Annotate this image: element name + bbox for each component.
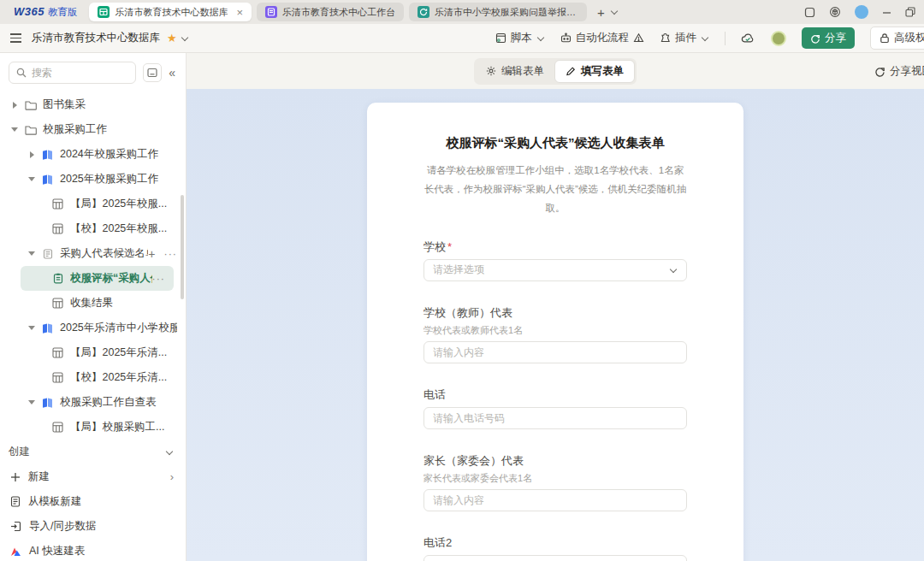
phone2-input[interactable] bbox=[424, 555, 687, 561]
folder-icon bbox=[24, 100, 37, 110]
sidebar-item-book-procurement[interactable]: 图书集采 bbox=[0, 92, 186, 117]
import-sync-button[interactable]: 导入/同步数据 bbox=[0, 514, 186, 539]
more-icon[interactable]: ··· bbox=[152, 273, 166, 285]
search-icon bbox=[16, 68, 27, 78]
restore-window-icon[interactable] bbox=[905, 7, 915, 17]
sidebar-item-candidate-list[interactable]: 采购人代表候选名单 + ··· bbox=[0, 241, 186, 266]
ai-quick-table-button[interactable]: AI 快速建表 bbox=[0, 539, 186, 561]
advanced-permission-button[interactable]: 高级权限 bbox=[870, 27, 924, 50]
expand-icon[interactable] bbox=[26, 151, 38, 158]
hamburger-menu-icon[interactable] bbox=[10, 33, 21, 43]
collapse-icon[interactable] bbox=[26, 326, 38, 330]
sidebar-item-uniform-procurement[interactable]: 校服采购工作 bbox=[0, 117, 186, 142]
add-view-icon[interactable]: + bbox=[148, 247, 155, 261]
sidebar-tree: 图书集采 校服采购工作 2024年校服采购工作 2025年校服采购工作 【局】2… bbox=[0, 89, 186, 440]
app-header: 乐清市教育技术中心数据库 ★ 脚本 自动化流程 插件 分享 高级权限 bbox=[0, 24, 924, 53]
teacher-representative-input[interactable] bbox=[424, 341, 687, 363]
browser-tab-report-platform[interactable]: 乐清市中小学校服采购问题举报平台 bbox=[409, 3, 587, 21]
tab-title: 乐清市教育技术中心工作台 bbox=[282, 6, 395, 19]
divider bbox=[725, 32, 726, 45]
sidebar-item-2025-uniform[interactable]: 2025年校服采购工作 bbox=[0, 167, 186, 192]
browser-tab-database[interactable]: 乐清市教育技术中心数据库 × bbox=[89, 3, 252, 21]
report-tab-icon bbox=[418, 6, 429, 18]
automation-button[interactable]: 自动化流程 bbox=[560, 31, 645, 45]
browser-tab-workspace[interactable]: 乐清市教育技术中心工作台 bbox=[257, 3, 404, 21]
sidebar-item-self-check-form[interactable]: 校服采购工作自查表 bbox=[0, 390, 186, 415]
favorite-star-icon[interactable]: ★ bbox=[167, 32, 177, 44]
create-section-chevron-icon bbox=[166, 447, 173, 454]
field-label: 电话2 bbox=[424, 536, 687, 550]
new-button[interactable]: 新建 › bbox=[0, 464, 186, 489]
script-chevron-icon bbox=[536, 33, 543, 40]
browser-tab-bar: W365 教育版 乐清市教育技术中心数据库 × 乐清市教育技术中心工作台 乐清市… bbox=[0, 0, 924, 24]
sidebar: « 图书集采 校服采购工作 2024年校服采购工作 2025年校服采购工 bbox=[0, 53, 187, 561]
sidebar-item-collect-results[interactable]: 收集结果 bbox=[0, 291, 186, 316]
workspace-cube-icon[interactable] bbox=[829, 6, 841, 18]
collapse-icon[interactable] bbox=[26, 177, 38, 181]
share-view-button[interactable]: 分享视图 bbox=[874, 64, 924, 79]
collapse-sidebar-icon[interactable]: « bbox=[169, 66, 177, 80]
share-button[interactable]: 分享 bbox=[802, 27, 855, 49]
sidebar-item-bureau-self-check-table[interactable]: 【局】校服采购工... bbox=[0, 415, 186, 440]
warning-icon bbox=[633, 32, 644, 44]
form-toolbar: 编辑表单 填写表单 分享视图 bbox=[187, 53, 924, 89]
template-icon bbox=[10, 496, 21, 507]
cloud-sync-icon[interactable] bbox=[741, 32, 755, 44]
sidebar-item-school-2025-uniform-table[interactable]: 【校】2025年校服... bbox=[0, 216, 186, 241]
sidebar-item-school-2025-yueqing-table[interactable]: 【校】2025年乐清... bbox=[0, 365, 186, 390]
base-doc-icon bbox=[41, 150, 54, 160]
ai-logo-icon bbox=[10, 546, 21, 557]
field-phone: 电话 bbox=[424, 388, 687, 429]
school-select[interactable]: 请选择选项 bbox=[424, 259, 687, 281]
document-title: 乐清市教育技术中心数据库 bbox=[32, 31, 160, 45]
w365-logo: W365 教育版 bbox=[9, 5, 89, 19]
minimize-icon[interactable] bbox=[882, 8, 891, 17]
script-button[interactable]: 脚本 bbox=[495, 31, 545, 45]
more-icon[interactable]: ··· bbox=[164, 248, 178, 260]
folder-icon bbox=[24, 125, 37, 135]
field-label: 家长（家委会）代表 bbox=[424, 454, 687, 468]
table-icon bbox=[51, 372, 64, 383]
title-chevron-icon[interactable] bbox=[181, 33, 187, 40]
field-phone2: 电话2 bbox=[424, 536, 687, 561]
table-icon bbox=[51, 347, 64, 358]
logo-brand: W365 bbox=[14, 5, 44, 18]
panel-view-button[interactable] bbox=[143, 63, 162, 82]
phone-input[interactable] bbox=[424, 407, 687, 429]
form-card: 校服评标“采购人代表”候选人收集表单 请各学校在校服管理工作小组中，选取1名学校… bbox=[367, 103, 743, 561]
browser-avatar[interactable] bbox=[855, 5, 868, 19]
sidebar-item-bureau-2025-uniform-table[interactable]: 【局】2025年校服... bbox=[0, 192, 186, 216]
collapse-icon[interactable] bbox=[9, 127, 21, 132]
create-section-header[interactable]: 创建 bbox=[0, 440, 186, 464]
search-box[interactable] bbox=[9, 62, 136, 84]
expand-icon[interactable] bbox=[9, 102, 21, 109]
share-view-icon bbox=[874, 66, 886, 77]
field-label: 学校 bbox=[424, 240, 446, 253]
collapse-icon[interactable] bbox=[26, 251, 38, 256]
sidebar-item-bid-candidate-form-selected[interactable]: 校服评标“采购人代... ··· bbox=[21, 266, 174, 291]
select-chevron-icon bbox=[670, 265, 677, 272]
new-tab-button[interactable]: + bbox=[592, 5, 610, 20]
search-input[interactable] bbox=[32, 67, 128, 79]
tab-list-chevron-icon[interactable] bbox=[611, 8, 618, 15]
parent-representative-input[interactable] bbox=[424, 489, 687, 511]
new-from-template-button[interactable]: 从模板新建 bbox=[0, 489, 186, 514]
field-parent-representative: 家长（家委会）代表 家长代表或家委会代表1名 bbox=[424, 454, 687, 511]
form-mode-switch: 编辑表单 填写表单 bbox=[474, 58, 637, 85]
tab-fill-form[interactable]: 填写表单 bbox=[554, 60, 635, 83]
plugins-button[interactable]: 插件 bbox=[660, 31, 709, 45]
plugins-chevron-icon bbox=[702, 33, 708, 40]
close-icon[interactable]: × bbox=[236, 6, 243, 19]
required-asterisk: * bbox=[447, 240, 452, 253]
table-icon bbox=[51, 198, 64, 210]
sidebar-item-bureau-2025-yueqing-table[interactable]: 【局】2025年乐清... bbox=[0, 340, 186, 365]
sidebar-scrollbar[interactable] bbox=[181, 195, 184, 299]
sidebar-item-2024-uniform[interactable]: 2024年校服采购工作 bbox=[0, 142, 186, 167]
tab-edit-form[interactable]: 编辑表单 bbox=[476, 61, 554, 82]
tab-overview-icon[interactable] bbox=[804, 7, 815, 18]
collapse-icon[interactable] bbox=[26, 400, 38, 405]
sidebar-item-2025-uniform-selection[interactable]: 2025年乐清市中小学校服选... bbox=[0, 316, 186, 340]
list-icon bbox=[41, 249, 54, 259]
user-avatar[interactable] bbox=[771, 31, 786, 46]
base-doc-icon bbox=[41, 174, 54, 185]
